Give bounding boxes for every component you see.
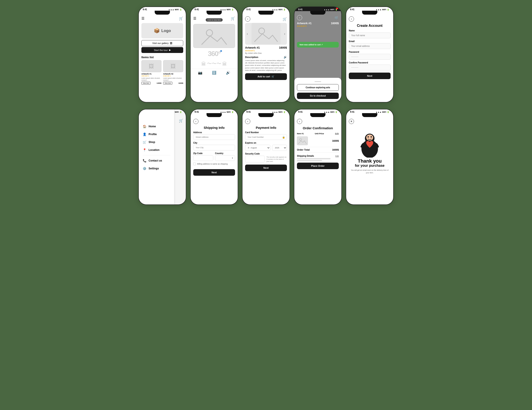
carousel-right-arrow[interactable]: ›	[284, 32, 285, 36]
shipping-lines	[297, 158, 339, 161]
status-icons-5: ▲▲▲ WiFi 🔋	[376, 9, 389, 11]
cart-icon-4[interactable]: 🛒	[334, 16, 339, 20]
order-item-thumb	[297, 137, 308, 145]
name-input[interactable]	[349, 32, 391, 38]
sidebar-item-location[interactable]: 📍 Location	[139, 146, 174, 154]
go-to-checkout-button[interactable]: Go to checkout	[297, 93, 339, 99]
visit-gallery-button[interactable]: Visit our gallery 🖼	[141, 40, 183, 46]
signal-icon-7: ▲▲▲	[220, 111, 226, 113]
place-order-button[interactable]: Place Order	[297, 163, 339, 169]
back-button-9[interactable]: ‹	[297, 119, 302, 124]
payment-next-button[interactable]: Next	[245, 165, 287, 171]
view-item-2-button[interactable]: View item	[163, 82, 172, 85]
year-select[interactable]: 2025	[272, 145, 287, 151]
card-number-label: Card Number	[242, 131, 290, 134]
sidebar-item-profile[interactable]: 👤 Profile	[139, 130, 174, 138]
time-10: 9:41	[350, 111, 354, 113]
zip-input[interactable]	[193, 155, 213, 161]
menu-icon[interactable]: ☰	[141, 16, 144, 20]
spacer-4	[294, 27, 341, 40]
edit-item-link[interactable]: Edit	[335, 133, 339, 135]
thank-purchase-subtitle: for your purchase	[349, 164, 391, 168]
location-icon: 📍	[143, 148, 146, 152]
carousel-left-arrow[interactable]: ‹	[247, 32, 248, 36]
wifi-icon-3: WiFi	[278, 9, 283, 11]
profile-icon: 👤	[143, 133, 146, 136]
security-code-input[interactable]	[245, 156, 265, 162]
back-button-8[interactable]: ‹	[245, 119, 250, 124]
volume-icon-3[interactable]: 🔊	[284, 56, 287, 59]
row2: 9:41 ▲▲▲ WiFi 🔋 🏠 Home 👤 Profile 🛒 Shop	[4, 109, 528, 205]
email-label: Email	[349, 40, 391, 42]
card-number-input[interactable]	[245, 134, 287, 140]
back-button-7[interactable]: ‹	[193, 119, 199, 124]
thank-illustration	[346, 127, 393, 158]
email-input[interactable]	[349, 43, 391, 49]
sidebar-item-settings[interactable]: ⚙️ Settings	[139, 165, 174, 172]
sidebar-item-home[interactable]: 🏠 Home	[139, 123, 174, 130]
signal-icon: ▲▲▲	[168, 9, 174, 11]
confirm-password-input[interactable]	[349, 65, 391, 70]
edit-shipping-link[interactable]: Edit	[335, 155, 339, 157]
wifi-icon-6: WiFi	[175, 111, 179, 113]
product-by: By Artisit John Doe	[245, 52, 287, 54]
item-price-1: 1400$	[157, 82, 162, 84]
status-icons-2: ▲▲▲ WiFi 🔋	[220, 9, 234, 11]
screen-sidebar: 9:41 ▲▲▲ WiFi 🔋 🏠 Home 👤 Profile 🛒 Shop	[138, 109, 186, 205]
info-icon[interactable]: ℹ️	[212, 71, 216, 75]
back-button-5[interactable]: ‹	[349, 16, 354, 22]
status-icons-10: ▲▲▲ WiFi 🔋	[376, 111, 389, 113]
zip-label: Zip Code	[193, 152, 213, 155]
sidebar-item-contact[interactable]: 📞 Contact us	[139, 157, 174, 165]
cart-icon-2[interactable]: 🛒	[231, 16, 235, 20]
cart-icon-6[interactable]: 🛒	[179, 118, 183, 123]
notch-9	[310, 113, 325, 117]
cart-icon-3[interactable]: 🛒	[283, 17, 287, 21]
billing-same-checkbox[interactable]	[193, 163, 196, 165]
password-input[interactable]	[349, 54, 391, 60]
street-address-input[interactable]	[193, 134, 235, 140]
time-1: 9:41	[143, 8, 147, 11]
view-item-1-button[interactable]: View item	[141, 82, 151, 85]
product-price-4: 1600$	[331, 22, 339, 25]
svg-rect-4	[297, 137, 308, 145]
volume-icon[interactable]: 🔊	[226, 71, 230, 75]
order-divider-1	[297, 147, 339, 147]
item-desc-1: Lorem ipsum dolor sit amet, consect....	[141, 77, 162, 81]
month-select[interactable]: 8 - August	[245, 145, 270, 151]
cart-icon[interactable]: 🛒	[179, 16, 183, 20]
notch-2	[207, 11, 222, 15]
city-input[interactable]	[193, 145, 235, 150]
profile-label: Profile	[149, 133, 157, 136]
product-header: ‹ 🛒	[242, 15, 290, 23]
camera-icon[interactable]: 📷	[198, 71, 202, 75]
item-row-2: View item 1600$	[163, 82, 183, 85]
create-account-next-button[interactable]: Next	[349, 73, 391, 79]
country-select[interactable]	[215, 155, 235, 161]
shipping-details-label: Shipping Details	[297, 155, 314, 157]
order-item-header: Item #1 Unit Price Edit	[294, 132, 341, 136]
shipping-next-button[interactable]: Next	[193, 169, 235, 176]
sidebar-item-shop[interactable]: 🛒 Shop	[139, 138, 174, 146]
desc-title: Description	[245, 56, 258, 59]
security-hint: The security code appears as 3 numbers o…	[266, 156, 287, 162]
time-4: 9:41	[298, 8, 303, 11]
thank-you-character-svg	[357, 127, 383, 158]
play-icon: ▶	[169, 49, 171, 51]
add-to-cart-button[interactable]: Add to cart 🛒	[245, 73, 287, 80]
screen-create-account: 9:41 ▲▲▲ WiFi 🔋 ‹ Create Account Name Em…	[346, 7, 394, 102]
product-title: Artwork #1	[245, 46, 260, 49]
notch-1	[155, 11, 170, 15]
continue-exploring-button[interactable]: Continue exploring arts	[297, 84, 339, 91]
desc-text: Lorem ipsum dolor sit amet, consectetur …	[245, 59, 287, 71]
item-row-1: View item 1400$	[141, 82, 162, 85]
zip-country-row: Zip Code Country ▼	[191, 152, 238, 161]
back-button-4[interactable]: ‹	[297, 15, 302, 20]
back-button-3[interactable]: ‹	[245, 16, 250, 22]
settings-label: Settings	[149, 167, 159, 170]
close-button[interactable]: ✕	[349, 119, 354, 124]
start-tour-button[interactable]: Start the tour ▶	[141, 47, 183, 53]
menu-icon-2[interactable]: ☰	[193, 16, 196, 20]
signal-icon-5: ▲▲▲	[376, 9, 381, 11]
order-divider-2	[297, 152, 339, 153]
